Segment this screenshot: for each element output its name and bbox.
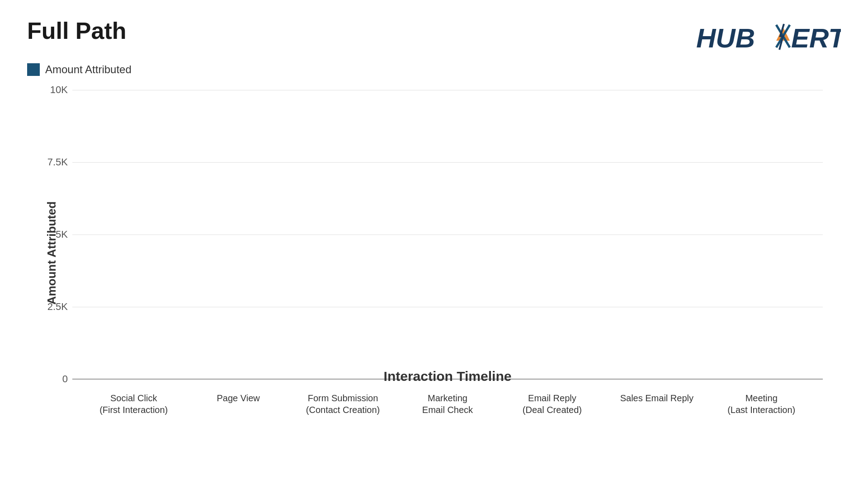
x-label-marketing-email: MarketingEmail Check xyxy=(395,392,500,416)
page-title: Full Path xyxy=(27,18,127,44)
header: Full Path HUB ERT xyxy=(0,0,868,54)
logo: HUB ERT xyxy=(696,18,841,54)
x-label-page-view: Page View xyxy=(186,392,290,404)
y-tick-0: 0 xyxy=(62,373,68,385)
chart-area: Amount Attributed 10K 7.5K 5K 2.5K xyxy=(27,90,841,416)
x-axis-title: Interaction Timeline xyxy=(72,369,823,384)
y-tick-10k: 10K xyxy=(50,84,68,96)
x-labels-row: Social Click(First Interaction) Page Vie… xyxy=(72,392,823,416)
legend-color-box xyxy=(27,63,40,76)
x-label-social-click: Social Click(First Interaction) xyxy=(81,392,186,416)
bars-container xyxy=(72,90,823,380)
svg-text:ERT: ERT xyxy=(791,23,841,53)
x-label-meeting: Meeting(Last Interaction) xyxy=(709,392,814,416)
x-label-sales-email: Sales Email Reply xyxy=(604,392,709,404)
legend-label: Amount Attributed xyxy=(45,63,132,76)
chart-inner: 10K 7.5K 5K 2.5K 0 xyxy=(72,90,823,380)
page: Full Path HUB ERT xyxy=(0,0,868,488)
x-label-form-submission: Form Submission(Contact Creation) xyxy=(291,392,395,416)
legend: Amount Attributed xyxy=(0,54,868,76)
y-axis-label: Amount Attributed xyxy=(45,202,59,305)
hubxpert-logo: HUB ERT xyxy=(696,18,841,54)
svg-text:HUB: HUB xyxy=(696,23,755,53)
y-tick-5k: 5K xyxy=(56,229,68,240)
y-tick-75k: 7.5K xyxy=(47,156,68,168)
x-label-email-reply: Email Reply(Deal Created) xyxy=(500,392,604,416)
y-tick-25k: 2.5K xyxy=(47,301,68,313)
